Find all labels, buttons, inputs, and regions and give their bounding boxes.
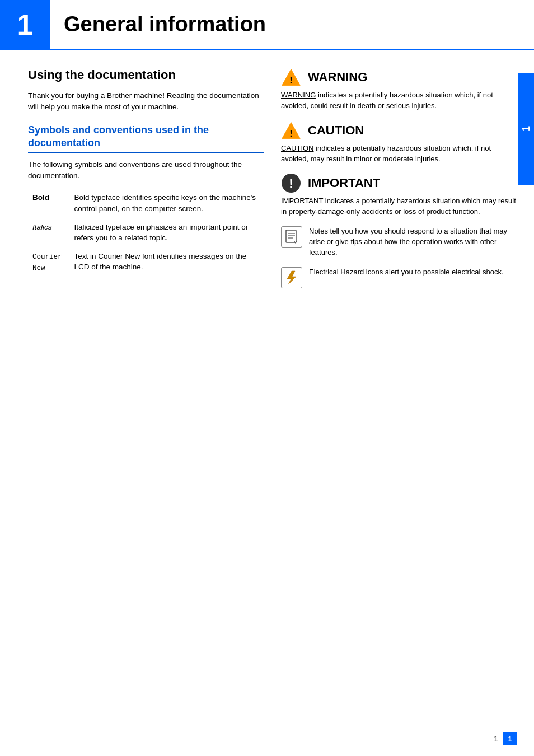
important-icon: ! <box>281 173 301 193</box>
conventions-intro: The following symbols and conventions ar… <box>28 159 264 182</box>
svg-text:!: ! <box>289 176 293 190</box>
electrical-block: Electrical Hazard icons alert you to pos… <box>281 267 517 288</box>
section-symbols-conventions: Symbols and conventions used in the docu… <box>28 124 264 278</box>
svg-marker-10 <box>287 271 296 284</box>
electrical-text: Electrical Hazard icons alert you to pos… <box>309 267 517 278</box>
conv-desc-courier: Text in Courier New font identifies mess… <box>70 248 264 278</box>
important-circle-svg: ! <box>281 173 301 193</box>
conv-term-bold: Bold <box>28 189 70 218</box>
caution-icon: ! <box>281 120 301 141</box>
warning-block: ! WARNING WARNING indicates a potentiall… <box>281 67 517 111</box>
chapter-number-block: 1 <box>0 0 50 49</box>
section1-heading: Using the documentation <box>28 67 264 83</box>
page-num-box: 1 <box>503 732 517 745</box>
conv-desc-bold: Bold typeface identifies specific keys o… <box>70 189 264 218</box>
convention-row-italics: Italics Italicized typeface emphasizes a… <box>28 219 264 248</box>
main-content: Using the documentation Thank you for bu… <box>0 50 534 314</box>
warning-header: ! WARNING <box>281 67 517 87</box>
page-num-label: 1 <box>494 734 498 743</box>
conv-term-italics: Italics <box>28 219 70 248</box>
chapter-number: 1 <box>17 8 34 41</box>
important-title: IMPORTANT <box>308 176 380 190</box>
warning-underline: WARNING <box>281 91 316 99</box>
warning-title: WARNING <box>308 70 367 85</box>
notes-icon <box>281 226 302 248</box>
caution-header: ! CAUTION <box>281 120 517 141</box>
page-number-footer: 1 1 <box>494 732 517 745</box>
warning-triangle-svg: ! <box>281 67 301 87</box>
left-column: Using the documentation Thank you for bu… <box>28 67 264 297</box>
convention-table: Bold Bold typeface identifies specific k… <box>28 189 264 278</box>
convention-row-courier: CourierNew Text in Courier New font iden… <box>28 248 264 278</box>
page-header: 1 General information <box>0 0 534 50</box>
warning-icon: ! <box>281 67 301 87</box>
svg-rect-6 <box>286 230 296 242</box>
chapter-title: General information <box>64 12 266 36</box>
side-tab-number: 1 <box>521 126 532 132</box>
caution-underline: CAUTION <box>281 144 314 152</box>
caution-text: CAUTION indicates a potentially hazardou… <box>281 143 517 165</box>
side-tab: 1 <box>518 73 534 185</box>
electrical-svg <box>284 270 299 285</box>
notes-svg <box>284 230 299 244</box>
important-block: ! IMPORTANT IMPORTANT indicates a potent… <box>281 173 517 217</box>
electrical-icon <box>281 267 302 288</box>
notes-text: Notes tell you how you should respond to… <box>309 226 517 258</box>
svg-text:!: ! <box>289 75 292 85</box>
important-underline: IMPORTANT <box>281 197 323 205</box>
section1-intro: Thank you for buying a Brother machine! … <box>28 90 264 113</box>
right-column: ! WARNING WARNING indicates a potentiall… <box>275 67 517 297</box>
section-using-documentation: Using the documentation Thank you for bu… <box>28 67 264 113</box>
chapter-title-block: General information <box>50 0 266 49</box>
conv-term-courier: CourierNew <box>28 248 70 278</box>
notes-block: Notes tell you how you should respond to… <box>281 226 517 258</box>
section2-heading: Symbols and conventions used in the docu… <box>28 124 264 153</box>
conv-desc-italics: Italicized typeface emphasizes an import… <box>70 219 264 248</box>
important-text: IMPORTANT indicates a potentially hazard… <box>281 196 517 217</box>
warning-text: WARNING indicates a potentially hazardou… <box>281 90 517 111</box>
important-header: ! IMPORTANT <box>281 173 517 193</box>
convention-row-bold: Bold Bold typeface identifies specific k… <box>28 189 264 218</box>
page-num-value: 1 <box>508 735 512 743</box>
svg-text:!: ! <box>289 128 292 138</box>
caution-title: CAUTION <box>308 123 364 138</box>
caution-block: ! CAUTION CAUTION indicates a potentiall… <box>281 120 517 165</box>
caution-triangle-svg: ! <box>281 120 301 141</box>
